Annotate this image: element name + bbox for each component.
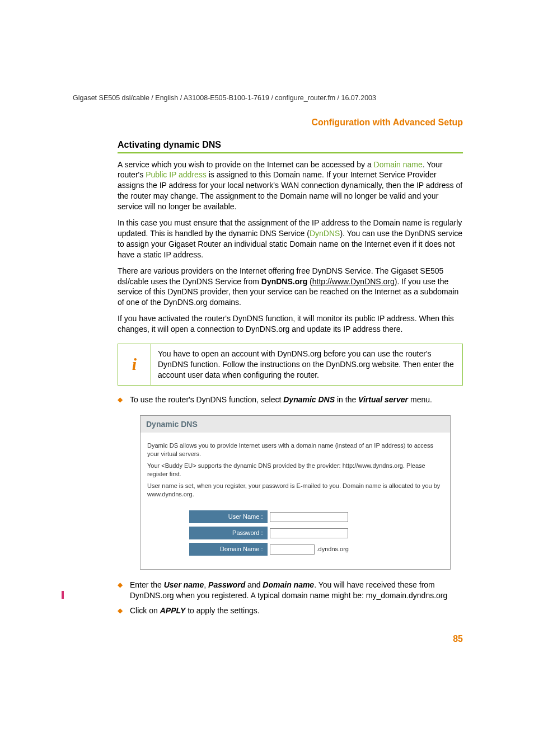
ui-term: Virtual server [358, 395, 408, 404]
text: to apply the settings. [185, 606, 259, 615]
screenshot-text: User name is set, when you register, you… [147, 482, 443, 499]
text: Enter the [130, 580, 164, 589]
ui-term: Password [208, 580, 245, 589]
ui-term: APPLY [160, 606, 186, 615]
form-row-password: Password : [189, 527, 402, 539]
paragraph-1: A service which you wish to provide on t… [118, 159, 463, 212]
glossary-link-dyndns[interactable]: DynDNS [310, 229, 340, 238]
glossary-link-public-ip[interactable]: Public IP address [146, 170, 207, 179]
text: A service which you wish to provide on t… [118, 160, 374, 169]
text: menu. [408, 395, 432, 404]
instruction-list-1: To use the router's DynDNS function, sel… [118, 395, 463, 405]
glossary-link-domain-name[interactable]: Domain name [374, 160, 423, 169]
list-item: Enter the User name, Password and Domain… [118, 580, 463, 601]
page-number: 85 [118, 633, 463, 645]
file-path-header: Gigaset SE505 dsl/cable / English / A310… [73, 94, 376, 102]
screenshot-text: Dyamic DS allows you to provide Internet… [147, 442, 443, 458]
ui-term: Dynamic DNS [283, 395, 335, 404]
screenshot-title: Dynamic DNS [140, 416, 450, 433]
paragraph-2: In this case you must ensure that the as… [118, 218, 463, 260]
list-item: Click on APPLY to apply the settings. [118, 605, 463, 616]
form-row-username: User Name : [189, 510, 402, 523]
heading-rule [118, 152, 463, 154]
paragraph-4: If you have activated the router's DynDN… [118, 313, 463, 335]
subheading: Activating dynamic DNS [118, 139, 463, 151]
list-item: To use the router's DynDNS function, sel… [118, 395, 463, 405]
info-box: i You have to open an account with DynDN… [118, 344, 463, 386]
text: ( [307, 277, 312, 286]
screenshot-form: User Name : Password : Domain Name : .dy… [189, 510, 402, 556]
label-domain: Domain Name : [189, 543, 268, 556]
screenshot-text: Your <Buddy EU> supports the dynamic DNS… [147, 462, 443, 478]
external-link-dyndns[interactable]: http://www.DynDNS.org) [312, 277, 397, 286]
ui-term: Domain name [263, 580, 314, 589]
domain-input[interactable] [270, 544, 315, 555]
paragraph-3: There are various providers on the Inter… [118, 266, 463, 308]
section-title: Configuration with Advanced Setup [118, 118, 463, 128]
change-bar-icon [62, 591, 64, 599]
text: Click on [130, 606, 160, 615]
text: , [204, 580, 208, 589]
text: To use the router's DynDNS function, sel… [130, 395, 283, 404]
ui-term: User name [164, 580, 204, 589]
password-input[interactable] [270, 528, 348, 538]
screenshot-body: Dyamic DS allows you to provide Internet… [140, 433, 450, 569]
text-bold: DynDNS.org [261, 277, 307, 286]
info-text: You have to open an account with DynDNS.… [151, 344, 462, 385]
body-content: Activating dynamic DNS A service which y… [118, 139, 463, 645]
info-icon: i [118, 344, 151, 385]
text: in the [335, 395, 358, 404]
document-page: Gigaset SE505 dsl/cable / English / A310… [0, 0, 534, 756]
domain-suffix: .dyndns.org [317, 545, 349, 553]
text: and [245, 580, 263, 589]
screenshot-dynamic-dns: Dynamic DNS Dyamic DS allows you to prov… [140, 415, 451, 570]
instruction-list-2: Enter the User name, Password and Domain… [118, 580, 463, 616]
label-username: User Name : [189, 510, 268, 523]
username-input[interactable] [270, 512, 348, 522]
label-password: Password : [189, 527, 268, 539]
form-row-domain: Domain Name : .dyndns.org [189, 543, 402, 556]
